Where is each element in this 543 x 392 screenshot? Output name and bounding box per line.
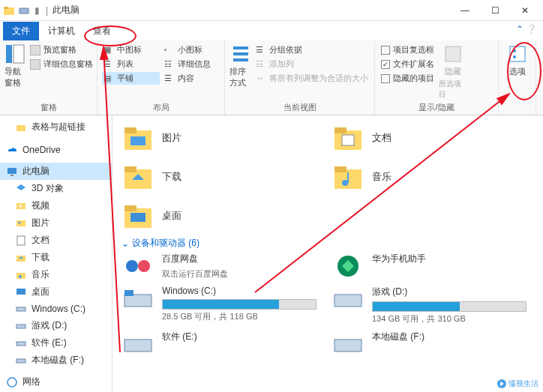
drive-icon: [18, 4, 30, 16]
folder-documents[interactable]: 文档: [332, 121, 526, 154]
options-label: 选项: [509, 66, 526, 77]
svg-rect-35: [130, 136, 146, 145]
svg-rect-15: [8, 168, 16, 174]
help-icon[interactable]: ⌃ ❔: [516, 24, 537, 34]
list-button[interactable]: ☰列表: [102, 58, 160, 70]
svg-rect-56: [124, 340, 152, 352]
preview-pane-button[interactable]: 预览窗格: [28, 43, 94, 56]
sidebar-item-downloads[interactable]: 下载: [0, 249, 112, 266]
svg-rect-40: [124, 166, 136, 172]
sidebar-item-pictures[interactable]: 图片: [0, 214, 112, 232]
svg-point-32: [8, 378, 16, 387]
svg-rect-11: [510, 46, 525, 61]
sidebar: 表格与超链接 OneDrive 此电脑 3D 对象 视频 图片 文档 下载 音乐…: [0, 115, 112, 392]
file-extensions-toggle[interactable]: 文件扩展名: [380, 58, 436, 70]
svg-rect-7: [233, 46, 248, 49]
fit-columns-button[interactable]: ↔将所有列调整为合适的大小: [254, 72, 370, 85]
folder-pictures[interactable]: 图片: [122, 121, 316, 154]
content-view-button[interactable]: ☰内容: [163, 72, 220, 85]
sort-button[interactable]: 排序方式: [230, 43, 251, 100]
folder-music[interactable]: 音乐: [332, 160, 526, 193]
svg-rect-28: [16, 307, 26, 311]
medium-icons-button[interactable]: ▦中图标: [102, 43, 160, 56]
panes-group-label: 窗格: [4, 100, 92, 113]
svg-rect-22: [17, 236, 25, 245]
svg-rect-48: [130, 213, 146, 222]
maximize-button[interactable]: ☐: [480, 0, 510, 21]
tab-computer[interactable]: 计算机: [39, 22, 84, 40]
svg-point-12: [513, 49, 516, 52]
tab-view[interactable]: 查看: [84, 22, 120, 40]
hidden-items-toggle[interactable]: 隐藏的项目: [380, 72, 436, 85]
svg-rect-47: [124, 205, 136, 211]
sidebar-item-this-pc[interactable]: 此电脑: [0, 163, 112, 180]
svg-rect-20: [16, 220, 26, 226]
hide-selected-button[interactable]: 隐藏 所选项目: [439, 43, 467, 100]
content-area: 图片 文档 下载 音乐 桌面 ⌄ 设备和驱动器 (6): [112, 115, 543, 392]
sidebar-item-drive-d[interactable]: 游戏 (D:): [0, 317, 112, 334]
svg-rect-27: [16, 289, 26, 295]
devices-header[interactable]: ⌄ 设备和驱动器 (6): [122, 232, 534, 253]
svg-rect-3: [6, 45, 12, 63]
minimize-button[interactable]: —: [450, 0, 480, 21]
sidebar-item-drive-f[interactable]: 本地磁盘 (F:): [0, 352, 112, 369]
sidebar-item-videos[interactable]: 视频: [0, 197, 112, 214]
details-pane-button[interactable]: 详细信息窗格: [28, 58, 94, 70]
sidebar-item-documents[interactable]: 文档: [0, 232, 112, 249]
titlebar: ▮ | 此电脑 — ☐ ✕: [0, 0, 543, 21]
svg-rect-9: [233, 58, 248, 61]
svg-point-21: [19, 221, 21, 223]
drive-e[interactable]: 软件 (E:): [122, 331, 316, 358]
svg-rect-45: [347, 172, 349, 183]
svg-rect-1: [4, 7, 8, 9]
folder-desktop[interactable]: 桌面: [122, 199, 316, 232]
svg-rect-54: [124, 290, 134, 296]
folder-icon: [3, 4, 15, 16]
close-button[interactable]: ✕: [510, 0, 540, 21]
drive-d[interactable]: 游戏 (D:) 134 GB 可用，共 310 GB: [332, 286, 526, 325]
current-view-group-label: 当前视图: [230, 100, 370, 113]
nav-pane-button[interactable]: 导航窗格: [4, 43, 26, 100]
sidebar-item-drive-e[interactable]: 软件 (E:): [0, 334, 112, 352]
sidebar-item-onedrive[interactable]: OneDrive: [0, 142, 112, 158]
svg-rect-37: [334, 127, 346, 133]
svg-rect-14: [16, 125, 26, 131]
tab-file[interactable]: 文件: [3, 22, 39, 40]
svg-point-49: [126, 260, 138, 272]
sidebar-item-quick[interactable]: 表格与超链接: [0, 118, 112, 136]
sidebar-item-3d[interactable]: 3D 对象: [0, 180, 112, 197]
details-view-button[interactable]: ☷详细信息: [163, 58, 220, 70]
small-icons-button[interactable]: ▫小图标: [163, 43, 220, 56]
layout-group-label: 布局: [102, 100, 220, 113]
chevron-down-icon: ⌄: [122, 238, 129, 249]
svg-rect-8: [233, 52, 248, 55]
separator: ▮: [34, 5, 40, 16]
svg-rect-30: [16, 342, 26, 346]
sidebar-item-drive-c[interactable]: Windows (C:): [0, 301, 112, 317]
group-by-button[interactable]: ☰分组依据: [254, 43, 370, 56]
tiles-button[interactable]: ▤平铺: [102, 72, 160, 85]
hide-label: 隐藏: [445, 66, 461, 77]
sort-label: 排序方式: [230, 66, 251, 88]
svg-rect-2: [20, 8, 28, 13]
svg-point-44: [342, 180, 348, 186]
sidebar-item-network[interactable]: 网络: [0, 373, 112, 391]
add-columns-button[interactable]: ☷添加列: [254, 58, 370, 70]
svg-marker-17: [16, 184, 26, 190]
svg-rect-55: [334, 295, 362, 307]
folder-downloads[interactable]: 下载: [122, 160, 316, 193]
sidebar-item-desktop[interactable]: 桌面: [0, 283, 112, 301]
item-checkboxes-toggle[interactable]: 项目复选框: [380, 43, 436, 56]
separator: |: [46, 5, 48, 16]
sidebar-item-music[interactable]: 音乐: [0, 266, 112, 283]
svg-rect-43: [334, 166, 346, 172]
special-baidu[interactable]: 百度网盘 双击运行百度网盘: [122, 253, 316, 280]
svg-point-26: [19, 275, 22, 278]
special-huawei[interactable]: 华为手机助手: [332, 253, 526, 280]
ribbon: 导航窗格 预览窗格 详细信息窗格 窗格 ▦中图标 ☰列表 ▤平铺 ▫小图标 ☷详…: [0, 40, 543, 115]
drive-f[interactable]: 本地磁盘 (F:): [332, 331, 526, 358]
options-button[interactable]: 选项: [503, 43, 531, 112]
drive-c[interactable]: Windows (C:) 28.5 GB 可用，共 118 GB: [122, 286, 316, 325]
svg-rect-31: [16, 359, 26, 363]
svg-rect-10: [446, 46, 460, 61]
